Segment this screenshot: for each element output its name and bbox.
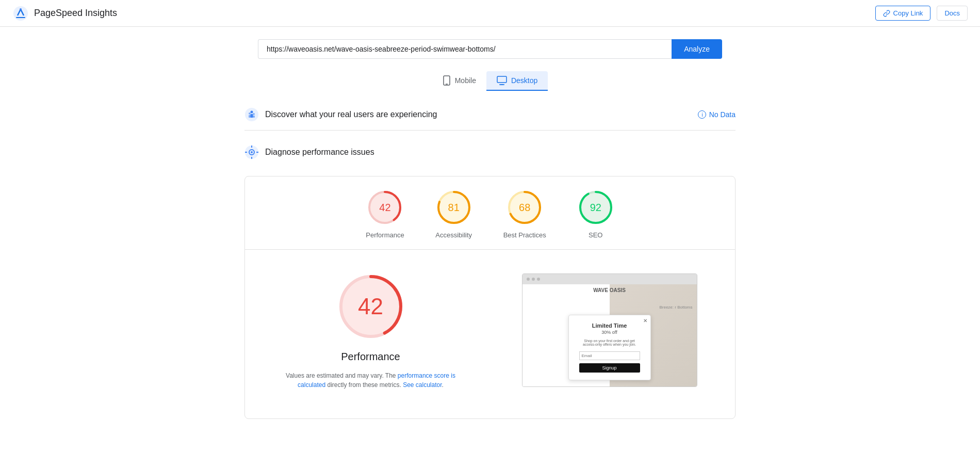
- app-title: PageSpeed Insights: [34, 8, 117, 19]
- scores-panel: 42 Performance 81 Accessibility: [244, 176, 736, 419]
- search-section: Analyze: [0, 27, 980, 67]
- calculator-link[interactable]: See calculator: [403, 381, 442, 389]
- diagnose-icon: [244, 145, 259, 159]
- desktop-tab-label: Desktop: [511, 76, 537, 85]
- no-data-label: No Data: [709, 110, 736, 119]
- link-icon: [883, 10, 890, 17]
- svg-text:i: i: [701, 112, 703, 118]
- header-actions: Copy Link Docs: [875, 6, 968, 21]
- best-practices-label: Best Practices: [503, 231, 546, 239]
- accessibility-label: Accessibility: [435, 231, 472, 239]
- popup-body: Shop on your first order and get access-…: [579, 339, 640, 346]
- diagnose-header-left: Diagnose performance issues: [244, 145, 374, 159]
- best-practices-score-value: 68: [519, 202, 530, 214]
- performance-label: Performance: [366, 231, 404, 239]
- svg-point-1: [20, 8, 22, 10]
- popup-email-input[interactable]: [579, 351, 640, 360]
- svg-rect-12: [251, 114, 253, 118]
- tab-mobile[interactable]: Mobile: [432, 71, 486, 91]
- mockup-dot-1: [527, 278, 530, 281]
- score-item-seo[interactable]: 92 SEO: [577, 189, 614, 239]
- url-input[interactable]: [258, 39, 672, 59]
- mockup-dot-3: [537, 278, 540, 281]
- score-item-performance[interactable]: 42 Performance: [366, 189, 404, 239]
- mockup-content: ✕ Limited Time 30% off Shop on your firs…: [522, 284, 697, 386]
- no-data-indicator: i No Data: [698, 110, 736, 119]
- main-content: Discover what your real users are experi…: [232, 99, 748, 419]
- best-practices-circle: 68: [506, 189, 543, 226]
- accessibility-circle: 81: [435, 189, 472, 226]
- logo: PageSpeed Insights: [12, 5, 117, 22]
- info-icon: i: [698, 110, 706, 119]
- popup-subtitle: 30% off: [579, 330, 640, 335]
- real-users-title: Discover what your real users are experi…: [265, 110, 437, 119]
- large-performance-circle: 42: [335, 270, 407, 343]
- real-users-icon: [244, 107, 259, 122]
- popup-title: Limited Time: [579, 322, 640, 329]
- seo-score-value: 92: [590, 202, 601, 214]
- mockup-popup: ✕ Limited Time 30% off Shop on your firs…: [568, 315, 651, 380]
- mockup-dot-2: [532, 278, 535, 281]
- screenshot-mockup: ✕ Limited Time 30% off Shop on your firs…: [522, 273, 697, 387]
- performance-score-value: 42: [379, 202, 390, 214]
- seo-circle: 92: [577, 189, 614, 226]
- tab-desktop[interactable]: Desktop: [486, 71, 548, 91]
- mockup-site-bg-text: Breeze: r Bottoms: [659, 305, 692, 310]
- large-performance-score: 42: [358, 294, 383, 319]
- diagnose-title: Diagnose performance issues: [265, 148, 374, 157]
- diagnose-section-header: Diagnose performance issues: [244, 137, 736, 168]
- analyze-button[interactable]: Analyze: [672, 39, 722, 59]
- score-item-accessibility[interactable]: 81 Accessibility: [435, 189, 472, 239]
- seo-label: SEO: [589, 231, 602, 239]
- scores-row: 42 Performance 81 Accessibility: [245, 189, 735, 239]
- mockup-site-name: WAVE OASIS: [593, 287, 626, 293]
- svg-point-10: [253, 113, 255, 115]
- svg-point-18: [251, 151, 253, 153]
- popup-signup-button[interactable]: Signup: [579, 363, 640, 373]
- mockup-close-icon[interactable]: ✕: [643, 318, 647, 324]
- mockup-browser-bar: [522, 274, 697, 284]
- header: PageSpeed Insights Copy Link Docs: [0, 0, 980, 27]
- performance-detail-section: 42 Performance Values are estimated and …: [245, 258, 735, 402]
- search-container: Analyze: [258, 39, 722, 59]
- desktop-icon: [497, 76, 507, 85]
- accessibility-score-value: 81: [448, 202, 460, 214]
- copy-link-button[interactable]: Copy Link: [875, 6, 931, 21]
- svg-point-8: [249, 112, 251, 115]
- svg-rect-4: [497, 76, 507, 83]
- mobile-icon: [443, 75, 451, 86]
- performance-detail-title: Performance: [341, 351, 400, 363]
- performance-note: Values are estimated and may vary. The p…: [273, 371, 469, 390]
- svg-rect-13: [253, 116, 255, 118]
- perf-left: 42 Performance Values are estimated and …: [257, 270, 484, 390]
- pagespeed-logo-icon: [12, 5, 29, 22]
- perf-right: ✕ Limited Time 30% off Shop on your firs…: [496, 270, 723, 390]
- svg-point-9: [251, 111, 253, 114]
- svg-rect-11: [249, 115, 251, 118]
- score-item-best-practices[interactable]: 68 Best Practices: [503, 189, 546, 239]
- device-tabs: Mobile Desktop: [0, 71, 980, 91]
- real-users-section: Discover what your real users are experi…: [244, 99, 736, 131]
- performance-circle: 42: [366, 189, 403, 226]
- docs-button[interactable]: Docs: [937, 6, 968, 21]
- mobile-tab-label: Mobile: [455, 76, 476, 85]
- real-users-header-left: Discover what your real users are experi…: [244, 107, 437, 122]
